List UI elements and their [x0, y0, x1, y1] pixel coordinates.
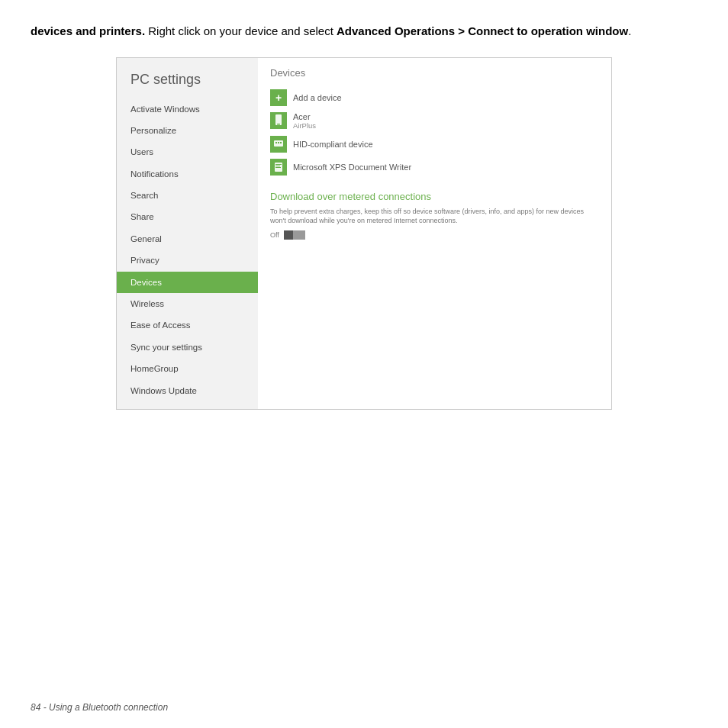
sidebar-item-devices[interactable]: Devices — [117, 272, 258, 293]
acer-device-name: Acer — [293, 112, 316, 121]
sidebar-item-privacy[interactable]: Privacy — [117, 250, 258, 271]
sidebar-item-share[interactable]: Share — [117, 206, 258, 227]
page-footer: 84 - Using a Bluetooth connection — [31, 702, 168, 713]
hid-device-icon — [270, 136, 287, 153]
toggle-track — [284, 230, 305, 240]
pc-settings-window: PC settings Activate Windows Personalize… — [116, 57, 612, 410]
acer-device-info: Acer AirPlus — [293, 112, 316, 130]
toggle-label: Off — [270, 231, 279, 239]
add-device-item[interactable]: + Add a device — [270, 86, 599, 109]
toggle-row: Off — [270, 230, 599, 240]
sidebar-item-wireless[interactable]: Wireless — [117, 293, 258, 314]
device-list: + Add a device Acer Air — [270, 86, 599, 179]
sidebar-item-windows-update[interactable]: Windows Update — [117, 380, 258, 401]
intro-paragraph: devices and printers. Right click on you… — [31, 23, 697, 40]
svg-rect-0 — [275, 114, 282, 125]
metered-toggle[interactable] — [284, 230, 305, 240]
acer-device-sub: AirPlus — [293, 121, 316, 130]
svg-rect-3 — [275, 142, 277, 143]
settings-sidebar: PC settings Activate Windows Personalize… — [117, 58, 258, 409]
page-content: devices and printers. Right click on you… — [0, 0, 728, 440]
sidebar-item-search[interactable]: Search — [117, 185, 258, 206]
svg-rect-7 — [275, 164, 282, 165]
toggle-thumb — [284, 230, 293, 240]
svg-rect-8 — [275, 166, 280, 166]
svg-rect-1 — [277, 124, 280, 125]
sidebar-item-ease-of-access[interactable]: Ease of Access — [117, 314, 258, 336]
sidebar-item-homegroup[interactable]: HomeGroup — [117, 358, 258, 379]
acer-device-item[interactable]: Acer AirPlus — [270, 109, 599, 133]
add-device-label: Add a device — [293, 93, 342, 102]
hid-device-name: HID-compliant device — [293, 140, 373, 149]
sidebar-title: PC settings — [117, 66, 258, 98]
svg-rect-9 — [275, 167, 281, 168]
intro-bold-advanced: Advanced Operations > Connect to operati… — [337, 24, 628, 37]
intro-middle-text: Right click on your device and select — [145, 24, 337, 37]
sidebar-item-users[interactable]: Users — [117, 141, 258, 163]
add-device-icon: + — [270, 89, 287, 106]
hid-device-item[interactable]: HID-compliant device — [270, 133, 599, 156]
download-section-title: Download over metered connections — [270, 191, 599, 202]
sidebar-item-activate-windows[interactable]: Activate Windows — [117, 98, 258, 120]
xps-device-item[interactable]: Microsoft XPS Document Writer — [270, 156, 599, 179]
sidebar-item-general[interactable]: General — [117, 228, 258, 250]
xps-device-icon — [270, 159, 287, 176]
settings-body: PC settings Activate Windows Personalize… — [117, 58, 611, 409]
sidebar-item-notifications[interactable]: Notifications — [117, 163, 258, 185]
settings-content: Devices + Add a device — [258, 58, 611, 409]
acer-phone-icon — [270, 112, 287, 129]
svg-rect-4 — [278, 142, 279, 143]
devices-section-title: Devices — [270, 67, 599, 79]
sidebar-item-sync-your-settings[interactable]: Sync your settings — [117, 337, 258, 358]
download-description: To help prevent extra charges, keep this… — [270, 207, 599, 226]
sidebar-item-personalize[interactable]: Personalize — [117, 120, 258, 141]
svg-rect-5 — [280, 142, 282, 143]
xps-device-name: Microsoft XPS Document Writer — [293, 163, 411, 172]
intro-end-text: . — [628, 24, 631, 37]
intro-bold-devices: devices and printers. — [31, 24, 145, 37]
